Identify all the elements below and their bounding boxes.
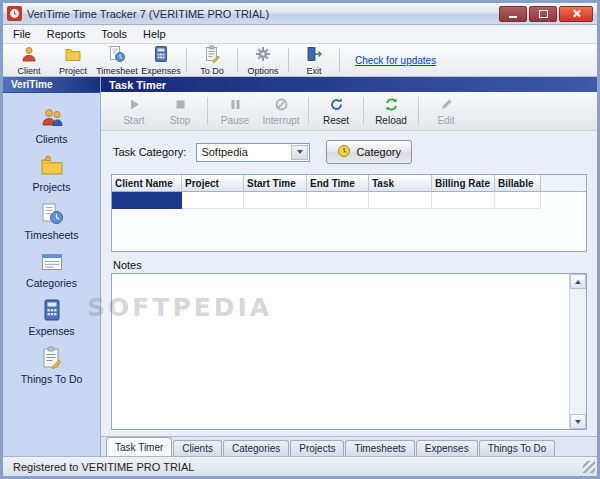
exit-icon <box>305 45 323 65</box>
categories-icon <box>39 250 65 276</box>
grid-cell-start-time[interactable] <box>244 192 307 209</box>
start-button[interactable]: Start <box>111 94 157 128</box>
sidebar-item-clients[interactable]: Clients <box>6 105 98 146</box>
timer-toolbar-separator <box>418 97 419 125</box>
tab-projects[interactable]: Projects <box>290 440 344 456</box>
reload-button[interactable]: Reload <box>368 94 414 128</box>
minimize-button[interactable] <box>499 6 527 22</box>
tab-things-to-do[interactable]: Things To Do <box>479 440 556 456</box>
grid-cell-end-time[interactable] <box>307 192 369 209</box>
task-category-select[interactable]: Softpedia <box>196 143 310 162</box>
toolbar-todo-button[interactable]: To Do <box>190 45 234 75</box>
category-clock-icon <box>337 144 351 160</box>
timer-grid: Client Name Project Start Time End Time … <box>111 174 587 252</box>
main-panel: Task Timer Start Stop Pause I <box>101 77 597 456</box>
grid-header-row: Client Name Project Start Time End Time … <box>112 175 586 192</box>
toolbar-project-button[interactable]: Project <box>51 45 95 75</box>
toolbar-exit-label: Exit <box>306 66 321 76</box>
statusbar: Registered to VERITIME PRO TRIAL <box>3 456 597 476</box>
menu-reports[interactable]: Reports <box>39 26 94 42</box>
menu-tools[interactable]: Tools <box>93 26 135 42</box>
sidebar: VeriTime Clients Projects Timesheets Cat… <box>3 77 101 456</box>
toolbar-client-button[interactable]: Client <box>7 45 51 75</box>
stop-button[interactable]: Stop <box>157 94 203 128</box>
menubar: File Reports Tools Help <box>3 25 597 44</box>
interrupt-button[interactable]: Interrupt <box>258 94 304 128</box>
grid-cell-billing-rate[interactable] <box>432 192 495 209</box>
maximize-icon <box>539 10 548 18</box>
toolbar-timesheet-label: Timesheet <box>96 66 138 76</box>
column-header-task[interactable]: Task <box>369 175 432 192</box>
tab-timesheets[interactable]: Timesheets <box>345 440 414 456</box>
options-gear-icon <box>254 45 272 65</box>
stop-label: Stop <box>170 115 191 126</box>
tab-expenses[interactable]: Expenses <box>416 440 478 456</box>
sidebar-item-label: Categories <box>26 277 77 289</box>
category-button-label: Category <box>356 146 401 158</box>
grid-cell-client-name[interactable] <box>112 192 182 209</box>
toolbar-separator <box>339 48 340 72</box>
scroll-down-button[interactable] <box>570 414 586 429</box>
bottom-tabbar: Task Timer Clients Categories Projects T… <box>101 436 597 456</box>
column-header-start-time[interactable]: Start Time <box>244 175 307 192</box>
toolbar-separator <box>237 48 238 72</box>
timer-toolbar-separator <box>363 97 364 125</box>
menu-help[interactable]: Help <box>135 26 174 42</box>
column-header-end-time[interactable]: End Time <box>307 175 369 192</box>
check-for-updates-link[interactable]: Check for updates <box>355 55 436 66</box>
reset-button[interactable]: Reset <box>313 94 359 128</box>
task-category-row: Task Category: Softpedia Category <box>101 131 597 172</box>
column-header-client-name[interactable]: Client Name <box>112 175 182 192</box>
close-button[interactable] <box>559 6 593 22</box>
close-icon <box>572 9 581 18</box>
sidebar-item-label: Expenses <box>28 325 74 337</box>
tab-task-timer[interactable]: Task Timer <box>106 437 172 456</box>
column-header-billable[interactable]: Billable <box>495 175 541 192</box>
notes-scrollbar[interactable] <box>569 274 586 429</box>
task-category-value: Softpedia <box>201 146 247 158</box>
interrupt-label: Interrupt <box>262 115 299 126</box>
window-body: VeriTime Clients Projects Timesheets Cat… <box>3 77 597 456</box>
toolbar-expenses-button[interactable]: Expenses <box>139 45 183 75</box>
resize-grip[interactable] <box>583 461 595 473</box>
grid-cell-billable[interactable] <box>495 192 541 209</box>
pause-label: Pause <box>221 115 249 126</box>
window-controls <box>499 6 593 22</box>
toolbar-timesheet-button[interactable]: Timesheet <box>95 45 139 75</box>
sidebar-item-categories[interactable]: Categories <box>6 249 98 290</box>
toolbar-options-button[interactable]: Options <box>241 45 285 75</box>
pause-button[interactable]: Pause <box>212 94 258 128</box>
notes-label: Notes <box>113 259 597 271</box>
things-to-do-icon <box>39 346 65 372</box>
tab-clients[interactable]: Clients <box>173 440 222 456</box>
reset-label: Reset <box>323 115 349 126</box>
column-header-project[interactable]: Project <box>182 175 244 192</box>
sidebar-header: VeriTime <box>3 77 100 93</box>
grid-cell-project[interactable] <box>182 192 244 209</box>
timer-toolbar: Start Stop Pause Interrupt <box>101 92 597 131</box>
toolbar-exit-button[interactable]: Exit <box>292 45 336 75</box>
toolbar-options-label: Options <box>247 66 278 76</box>
minimize-icon <box>509 16 517 18</box>
tab-categories[interactable]: Categories <box>223 440 289 456</box>
menu-file[interactable]: File <box>5 26 39 42</box>
sidebar-item-timesheets[interactable]: Timesheets <box>6 201 98 242</box>
notes-textarea[interactable] <box>111 273 587 430</box>
column-header-billing-rate[interactable]: Billing Rate <box>432 175 495 192</box>
toolbar-client-label: Client <box>17 66 40 76</box>
category-button[interactable]: Category <box>326 140 412 164</box>
combo-dropdown-button[interactable] <box>291 145 308 160</box>
grid-cell-task[interactable] <box>369 192 432 209</box>
task-category-label: Task Category: <box>113 146 186 158</box>
edit-button[interactable]: Edit <box>423 94 469 128</box>
maximize-button[interactable] <box>529 6 557 22</box>
pause-icon <box>228 97 243 114</box>
scroll-track[interactable] <box>570 289 586 414</box>
sidebar-item-label: Things To Do <box>21 373 83 385</box>
sidebar-item-things-to-do[interactable]: Things To Do <box>6 345 98 386</box>
toolbar-separator <box>288 48 289 72</box>
scroll-up-button[interactable] <box>570 274 586 289</box>
sidebar-item-projects[interactable]: Projects <box>6 153 98 194</box>
titlebar[interactable]: VeriTime Time Tracker 7 (VERITIME PRO TR… <box>3 3 597 25</box>
sidebar-item-expenses[interactable]: Expenses <box>6 297 98 338</box>
